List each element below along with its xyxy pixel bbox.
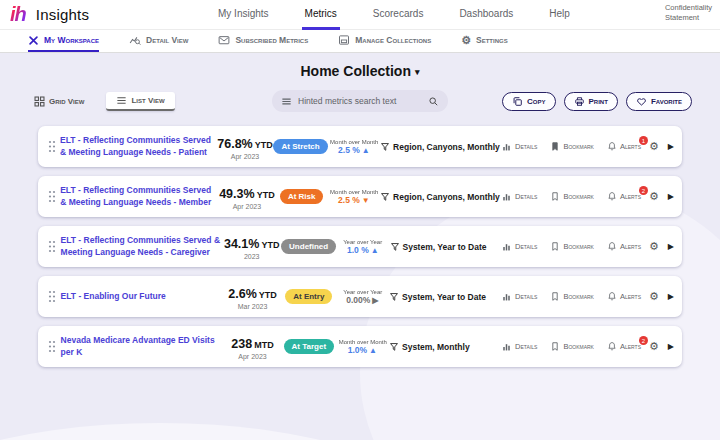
metric-title-link[interactable]: Nevada Medicare Advantage ED Visits per … (61, 335, 223, 357)
app-header: ih Insights My Insights Metrics Scorecar… (0, 0, 720, 30)
tab-manage-collections[interactable]: Manage Collections (338, 30, 431, 52)
filter-summary: System, Year to Date (389, 292, 496, 302)
grid-view-button[interactable]: Grid View (28, 93, 90, 110)
metric-value-block: 238MTD Apr 2023 (223, 334, 282, 360)
metric-period: YTD (261, 240, 279, 250)
bookmark-button[interactable]: Bookmark (550, 191, 594, 202)
nav-scorecards[interactable]: Scorecards (370, 0, 427, 30)
row-settings-gear-icon[interactable]: ⚙ (649, 241, 659, 252)
change-value: 1.0% (348, 345, 367, 355)
row-expand-arrow-icon[interactable]: ▶ (668, 142, 674, 151)
status-badge: Undefined (281, 239, 336, 254)
alerts-count-badge: 2 (639, 186, 648, 195)
trend-icon: ▲ (369, 346, 377, 355)
bookmark-button[interactable]: Bookmark (550, 341, 594, 352)
print-button[interactable]: Print (564, 92, 618, 111)
change-block: Month over Month 2.5 %▲ (328, 138, 380, 155)
drag-handle-icon[interactable] (44, 190, 60, 203)
tab-subscribed-metrics[interactable]: Subscribed Metrics (218, 30, 308, 52)
row-settings-gear-icon[interactable]: ⚙ (649, 141, 659, 152)
row-expand-arrow-icon[interactable]: ▶ (668, 242, 674, 251)
drag-handle-icon[interactable] (44, 290, 61, 303)
change-block: Year over Year 1.0 %▲ (336, 238, 389, 255)
trend-icon: ▶ (372, 296, 378, 305)
tab-my-workspace[interactable]: My Workspace (28, 30, 99, 52)
bookmark-button[interactable]: Bookmark (550, 141, 594, 152)
trend-icon: ▲ (371, 246, 379, 255)
details-button[interactable]: Details (502, 242, 537, 252)
metric-value: 34.1% (224, 237, 259, 251)
metric-value: 49.3% (219, 187, 254, 201)
metric-title-link[interactable]: ELT - Enabling Our Future (61, 291, 223, 302)
metric-date: Apr 2023 (223, 353, 282, 360)
metric-period: MTD (254, 340, 274, 350)
metrics-search[interactable] (272, 90, 448, 112)
favorite-button[interactable]: Favorite (626, 92, 692, 111)
alerts-button[interactable]: Alerts 2 (607, 341, 641, 352)
filter-summary: System, Year to Date (390, 242, 497, 252)
chart-magnifier-icon (129, 34, 141, 46)
change-value: 2.5 % (338, 145, 360, 155)
metric-value-block: 34.1%YTD 2023 (222, 234, 281, 260)
copy-button[interactable]: Copy (502, 92, 555, 111)
row-expand-arrow-icon[interactable]: ▶ (668, 292, 674, 301)
row-expand-arrow-icon[interactable]: ▶ (668, 192, 674, 201)
brand-logo-icon: ih (10, 3, 26, 26)
nav-dashboards[interactable]: Dashboards (456, 0, 516, 30)
app-title: Insights (36, 6, 89, 23)
change-label: Month over Month (338, 338, 387, 344)
alerts-button[interactable]: Alerts 2 (607, 191, 641, 202)
row-settings-gear-icon[interactable]: ⚙ (649, 341, 659, 352)
drag-handle-icon[interactable] (44, 140, 60, 153)
drag-handle-icon[interactable] (44, 340, 61, 353)
controls-bar: Grid View List View Copy (28, 89, 692, 113)
change-value: 1.0 % (347, 245, 369, 255)
filter-summary: Region, Canyons, Monthly (380, 192, 496, 202)
metric-title-link[interactable]: ELT - Reflecting Communities Served & Me… (61, 235, 223, 257)
bookmark-icon (550, 241, 560, 252)
change-label: Year over Year (338, 238, 387, 244)
metric-period: YTD (257, 190, 275, 200)
alerts-button[interactable]: Alerts (607, 241, 641, 252)
search-icon[interactable] (428, 96, 439, 107)
tab-settings[interactable]: ⚙ Settings (461, 30, 508, 52)
metric-title-link[interactable]: ELT - Reflecting Communities Served & Me… (60, 185, 218, 207)
main-nav: My Insights Metrics Scorecards Dashboard… (215, 0, 573, 30)
details-button[interactable]: Details (502, 292, 537, 302)
change-block: Year over Year 0.00%▶ (336, 288, 390, 305)
nav-metrics[interactable]: Metrics (302, 0, 340, 30)
metric-value-block: 76.8%YTD Apr 2023 (217, 134, 274, 160)
nav-help[interactable]: Help (546, 0, 573, 30)
filter-summary: System, Monthly (389, 342, 496, 352)
alerts-button[interactable]: Alerts 1 (607, 141, 641, 152)
print-icon (574, 96, 585, 107)
trend-icon: ▲ (362, 146, 370, 155)
filter-icon (390, 242, 400, 252)
bookmark-button[interactable]: Bookmark (550, 241, 594, 252)
filter-icon (380, 142, 390, 152)
row-expand-arrow-icon[interactable]: ▶ (668, 342, 674, 351)
bell-icon (607, 341, 617, 352)
nav-my-insights[interactable]: My Insights (215, 0, 272, 30)
bar-chart-icon (502, 192, 512, 202)
details-button[interactable]: Details (502, 342, 537, 352)
search-input[interactable] (298, 96, 422, 106)
tab-detail-view[interactable]: Detail View (129, 30, 188, 52)
details-button[interactable]: Details (502, 142, 537, 152)
filter-icon (389, 342, 399, 352)
details-button[interactable]: Details (502, 192, 537, 202)
bar-chart-icon (502, 342, 512, 352)
row-settings-gear-icon[interactable]: ⚙ (649, 291, 659, 302)
workspace-toolbar: My Workspace Detail View Subscribed Metr… (0, 30, 720, 53)
confidentiality-statement: Confidentiality Statement (665, 3, 712, 23)
row-settings-gear-icon[interactable]: ⚙ (649, 191, 659, 202)
bookmark-button[interactable]: Bookmark (550, 291, 594, 302)
tools-icon (28, 35, 39, 46)
drag-handle-icon[interactable] (44, 240, 61, 253)
list-view-button[interactable]: List View (106, 92, 174, 111)
metric-date: Mar 2023 (223, 303, 282, 310)
collection-actions: Copy Print Favorite (502, 92, 692, 111)
collection-title-dropdown[interactable]: Home Collection▾ (0, 53, 720, 79)
metric-title-link[interactable]: ELT - Reflecting Communities Served & Me… (60, 135, 217, 157)
alerts-button[interactable]: Alerts (607, 291, 641, 302)
